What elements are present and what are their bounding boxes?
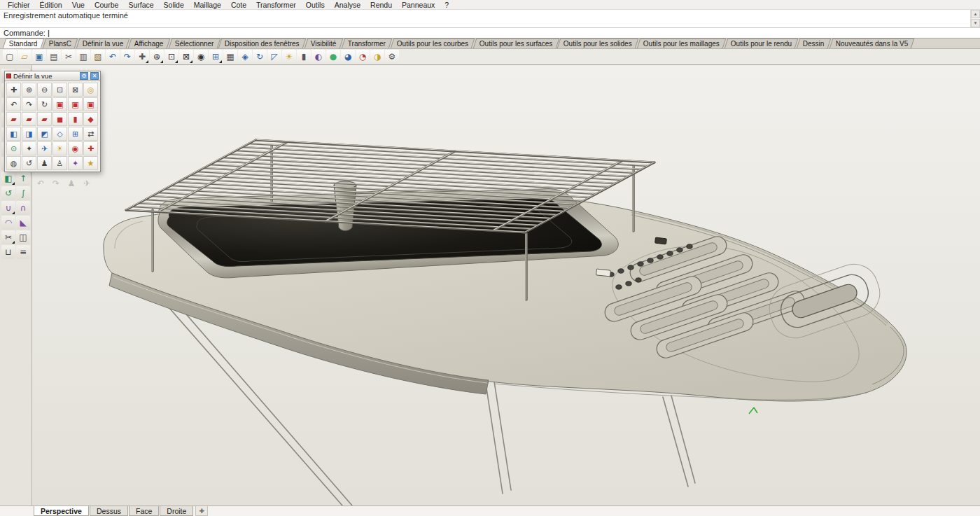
toolbar-tab-visibilit[interactable]: Visibilité bbox=[304, 39, 343, 48]
zoom-target-icon[interactable]: ◎ bbox=[83, 83, 98, 97]
rotate-view-icon[interactable]: ↻ bbox=[37, 97, 52, 111]
viewport-tab-perspective[interactable]: Perspective bbox=[34, 506, 89, 516]
camera-back-icon[interactable]: ▰ bbox=[22, 112, 36, 126]
menu-item-rendu[interactable]: Rendu bbox=[365, 0, 397, 10]
join-icon[interactable]: ⊔ bbox=[1, 245, 15, 259]
fillet-edge-icon[interactable]: ◠ bbox=[1, 216, 15, 230]
toolbar-tab-outils-pour-le-rendu[interactable]: Outils pour le rendu bbox=[724, 39, 799, 48]
camera-front-icon[interactable]: ▣ bbox=[52, 97, 67, 111]
camera-perspective-icon[interactable]: ▰ bbox=[37, 112, 52, 126]
viewport-layout-icon[interactable]: ⊞ bbox=[209, 50, 223, 64]
turntable-icon[interactable]: ↺ bbox=[22, 156, 36, 170]
menu-item-item-13[interactable]: ? bbox=[440, 0, 454, 10]
command-history-scrollbar[interactable]: ▲ ▼ bbox=[970, 10, 980, 27]
camera-top-icon[interactable]: ▣ bbox=[83, 97, 98, 111]
pan-icon[interactable]: ✚ bbox=[135, 50, 149, 64]
rendered-display-icon[interactable]: ● bbox=[326, 50, 340, 64]
place-camera-icon[interactable]: ◉ bbox=[68, 141, 83, 155]
menu-item-maillage[interactable]: Maillage bbox=[189, 0, 226, 10]
paste-icon[interactable]: ▧ bbox=[91, 50, 105, 64]
perspective-viewport[interactable] bbox=[32, 65, 980, 505]
boolean-union-icon[interactable]: ∪ bbox=[1, 201, 15, 215]
zoom-in-icon[interactable]: ⊕ bbox=[22, 83, 36, 97]
zoom-dynamic-icon[interactable]: ⊕ bbox=[150, 50, 164, 64]
command-history[interactable]: Enregistrement automatique terminé ▲ ▼ bbox=[0, 10, 980, 28]
pan-view-icon[interactable]: ✚ bbox=[6, 83, 21, 97]
redo-icon[interactable]: ↷ bbox=[120, 50, 134, 64]
toolbar-tab-d-finir-la-vue[interactable]: Définir la vue bbox=[76, 39, 130, 48]
menu-item-solide[interactable]: Solide bbox=[159, 0, 189, 10]
menu-item-transformer[interactable]: Transformer bbox=[251, 0, 301, 10]
four-viewports-icon[interactable]: ⊞ bbox=[68, 127, 83, 141]
first-person-icon[interactable]: ♟ bbox=[37, 156, 52, 170]
viewport-tab-dessus[interactable]: Dessus bbox=[90, 506, 128, 516]
zoom-out-icon[interactable]: ⊖ bbox=[37, 83, 52, 97]
menu-item-courbe[interactable]: Courbe bbox=[90, 0, 123, 10]
copy-icon[interactable]: ▥ bbox=[76, 50, 90, 64]
viewport-tab-face[interactable]: Face bbox=[129, 506, 159, 516]
view-front-icon[interactable]: ◨ bbox=[22, 127, 36, 141]
camera-named-icon[interactable]: ◆ bbox=[83, 112, 98, 126]
history-scroll-down-icon[interactable]: ▼ bbox=[971, 19, 980, 27]
history-scroll-up-icon[interactable]: ▲ bbox=[971, 10, 980, 18]
toolbar-tab-outils-pour-les-surfaces[interactable]: Outils pour les surfaces bbox=[473, 39, 559, 48]
toolbar-tab-affichage[interactable]: Affichage bbox=[128, 39, 170, 48]
new-file-icon[interactable]: ▢ bbox=[3, 50, 17, 64]
lamp-icon[interactable]: ☀ bbox=[282, 50, 296, 64]
toolbar-tab-standard[interactable]: Standard bbox=[3, 39, 44, 48]
menu-item-vue[interactable]: Vue bbox=[67, 0, 90, 10]
extrude-icon[interactable]: ↑ bbox=[16, 172, 30, 186]
camera-right-icon[interactable]: ▰ bbox=[6, 112, 21, 126]
lock-icon[interactable]: ▮ bbox=[297, 50, 311, 64]
set-view-target-icon[interactable]: ⊙ bbox=[6, 141, 21, 155]
revolve-icon[interactable]: ↺ bbox=[1, 186, 15, 200]
toolbar-tab-outils-pour-les-courbes[interactable]: Outils pour les courbes bbox=[390, 39, 475, 48]
rotate-icon[interactable]: ↻ bbox=[253, 50, 267, 64]
move-icon[interactable]: ◈ bbox=[238, 50, 252, 64]
zoom-selected-icon[interactable]: ◉ bbox=[194, 50, 208, 64]
toolbar-tab-nouveaut-s-dans-la-v5[interactable]: Nouveautés dans la V5 bbox=[830, 39, 915, 48]
menu-item-fichier[interactable]: Fichier bbox=[3, 0, 35, 10]
toolbar-tab-outils-pour-les-solides[interactable]: Outils pour les solides bbox=[557, 39, 638, 48]
grid-snap-icon[interactable]: ▦ bbox=[223, 50, 237, 64]
save-icon[interactable]: ▣ bbox=[32, 50, 46, 64]
split-icon[interactable]: ◫ bbox=[16, 230, 30, 244]
menu-item-outils[interactable]: Outils bbox=[301, 0, 330, 10]
trim-icon[interactable]: ✂ bbox=[1, 230, 15, 244]
animation-icon[interactable]: ✦ bbox=[68, 156, 83, 170]
toolbar-tab-disposition-des-fen-tres[interactable]: Disposition des fenêtres bbox=[218, 39, 306, 48]
toolbar-tab-outils-pour-les-maillages[interactable]: Outils pour les maillages bbox=[637, 39, 726, 48]
walk-view-icon[interactable]: ♙ bbox=[52, 156, 67, 170]
toolbar-tab-plansc[interactable]: PlansC bbox=[42, 39, 78, 48]
sweep-icon[interactable]: ∫ bbox=[16, 186, 30, 200]
camera-two-point-icon[interactable]: ◼ bbox=[52, 112, 67, 126]
undo-view-icon[interactable]: ↶ bbox=[6, 97, 21, 111]
menu-item-dition[interactable]: Édition bbox=[35, 0, 67, 10]
new-viewport-tab-icon[interactable]: ✚ bbox=[195, 506, 208, 516]
shaded-display-icon[interactable]: ◐ bbox=[312, 50, 326, 64]
redo-view-icon[interactable]: ↷ bbox=[22, 97, 36, 111]
menu-item-panneaux[interactable]: Panneaux bbox=[397, 0, 440, 10]
viewport-canvas[interactable] bbox=[32, 65, 980, 505]
orient-camera-icon[interactable]: ✚ bbox=[83, 141, 98, 155]
toolbar-tab-s-lectionner[interactable]: Sélectionner bbox=[168, 39, 220, 48]
synchronize-views-icon[interactable]: ⇄ bbox=[83, 127, 98, 141]
spotlight-view-icon[interactable]: ☀ bbox=[52, 141, 67, 155]
scale-icon[interactable]: ◸ bbox=[267, 50, 281, 64]
camera-isometric-icon[interactable]: ▮ bbox=[68, 112, 83, 126]
view-perspective-icon[interactable]: ◇ bbox=[52, 127, 67, 141]
menu-item-surface[interactable]: Surface bbox=[123, 0, 158, 10]
cut-icon[interactable]: ✂ bbox=[62, 50, 76, 64]
menu-item-analyse[interactable]: Analyse bbox=[330, 0, 365, 10]
lens-icon[interactable]: ◍ bbox=[6, 156, 21, 170]
palette-title-bar[interactable]: Définir la vue ⚙ ✕ bbox=[5, 71, 100, 81]
camera-left-icon[interactable]: ▣ bbox=[68, 97, 83, 111]
favorite-view-icon[interactable]: ★ bbox=[83, 156, 98, 170]
render-icon[interactable]: ◕ bbox=[341, 50, 355, 64]
command-line[interactable]: Commande: | bbox=[0, 28, 980, 39]
fly-through-icon[interactable]: ✈ bbox=[37, 141, 52, 155]
zoom-extents-icon[interactable]: ⊠ bbox=[179, 50, 193, 64]
view-right-icon[interactable]: ◩ bbox=[37, 127, 52, 141]
menu-item-cote[interactable]: Cote bbox=[226, 0, 251, 10]
open-file-icon[interactable]: ▱ bbox=[18, 50, 31, 64]
